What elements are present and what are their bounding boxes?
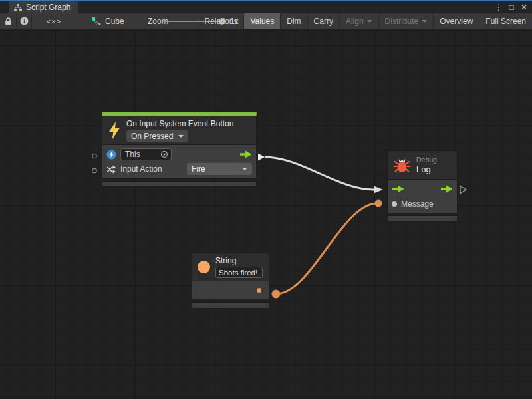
node-title: String xyxy=(215,256,263,265)
control-flow-wire[interactable] xyxy=(265,157,374,190)
graph-target-icon xyxy=(92,17,101,25)
node-title: Log xyxy=(416,164,437,174)
align-button[interactable]: Align xyxy=(339,13,378,29)
code-preview-button[interactable]: <×> xyxy=(32,13,76,29)
info-button[interactable] xyxy=(17,13,32,29)
string-output-dot[interactable] xyxy=(257,288,261,293)
tab-bar: Script Graph ⋮ □ ✕ xyxy=(0,1,532,13)
tab-script-graph[interactable]: Script Graph xyxy=(9,1,78,13)
message-input-port-dot[interactable] xyxy=(375,200,382,207)
window-close-button[interactable]: ✕ xyxy=(519,3,529,12)
lightning-bolt-icon xyxy=(108,122,121,140)
event-node-body: This Input Action Fire xyxy=(102,145,257,179)
dropdown-caret-icon xyxy=(367,20,372,25)
string-value-wire[interactable] xyxy=(276,203,377,294)
input-action-icon xyxy=(106,164,116,174)
flow-output-port-triangle[interactable] xyxy=(258,154,265,161)
dropdown-caret-icon xyxy=(422,20,427,25)
node-on-input-system-event-button[interactable]: On Input System Event Button On Pressed … xyxy=(102,112,257,187)
event-node-footer xyxy=(102,181,257,187)
debug-node-footer xyxy=(387,215,458,221)
flow-input-arrow-icon[interactable] xyxy=(392,185,404,193)
values-button[interactable]: Values xyxy=(243,13,280,29)
event-node-header[interactable]: On Input System Event Button On Pressed xyxy=(102,116,257,145)
dropdown-caret-icon xyxy=(178,135,184,140)
on-pressed-dropdown[interactable]: On Pressed xyxy=(126,130,188,142)
input-action-dropdown[interactable]: Fire xyxy=(187,163,252,175)
message-label: Message xyxy=(401,200,434,209)
dim-button[interactable]: Dim xyxy=(280,13,307,29)
lock-button[interactable] xyxy=(0,13,17,29)
this-row: This xyxy=(102,147,256,162)
flow-output-arrow-icon[interactable] xyxy=(239,150,252,158)
fullscreen-button[interactable]: Full Screen xyxy=(479,13,532,29)
this-input-port[interactable] xyxy=(92,154,96,158)
node-category: Debug xyxy=(416,156,437,164)
debug-flow-output-port[interactable] xyxy=(460,186,466,194)
flow-row xyxy=(388,181,457,196)
overview-button[interactable]: Overview xyxy=(433,13,479,29)
node-string-literal[interactable]: String Shots fired! xyxy=(192,253,269,309)
node-title: On Input System Event Button xyxy=(126,119,233,128)
input-action-port[interactable] xyxy=(92,168,96,172)
lock-icon xyxy=(5,17,12,25)
unity-visual-scripting-window: Script Graph ⋮ □ ✕ <×> Cube Zoom xyxy=(0,0,532,399)
info-icon xyxy=(20,17,29,25)
input-action-label: Input Action xyxy=(120,164,162,174)
graph-canvas[interactable]: On Input System Event Button On Pressed … xyxy=(0,29,532,399)
gameobject-icon xyxy=(106,150,116,160)
bug-icon xyxy=(393,157,411,174)
window-menu-button[interactable]: ⋮ xyxy=(493,3,504,12)
graph-target-label: Cube xyxy=(105,17,124,26)
input-action-row: Input Action Fire xyxy=(102,162,256,176)
relations-button[interactable]: Relations xyxy=(198,13,243,29)
window-controls: ⋮ □ ✕ xyxy=(493,1,529,13)
window-maximize-button[interactable]: □ xyxy=(506,3,517,12)
tab-title: Script Graph xyxy=(26,3,70,12)
carry-button[interactable]: Carry xyxy=(307,13,339,29)
graph-hierarchy-icon xyxy=(14,4,22,11)
debug-node-body: Message xyxy=(387,180,458,213)
string-node-body xyxy=(192,281,269,299)
string-node-footer xyxy=(192,302,269,309)
string-type-icon xyxy=(198,261,210,273)
flow-output-arrow-icon[interactable] xyxy=(440,185,453,193)
node-debug-log[interactable]: Debug Log Message xyxy=(387,150,458,221)
string-node-header[interactable]: String Shots fired! xyxy=(192,253,269,281)
flow-wire-arrowhead xyxy=(374,186,383,194)
graph-toolbar: <×> Cube Zoom 1x Relations Values Dim Ca… xyxy=(0,13,532,29)
string-value-field[interactable]: Shots fired! xyxy=(215,267,263,278)
debug-node-header[interactable]: Debug Log xyxy=(387,150,458,180)
string-output-port-dot[interactable] xyxy=(272,290,281,299)
dropdown-caret-icon xyxy=(242,168,247,173)
message-port-dot[interactable] xyxy=(392,201,397,207)
object-picker-icon[interactable] xyxy=(160,150,168,158)
graph-target[interactable]: Cube xyxy=(92,13,124,29)
toolbar-toggle-group: Relations Values Dim Carry Align Distrib… xyxy=(198,13,532,29)
distribute-button[interactable]: Distribute xyxy=(378,13,434,29)
message-row: Message xyxy=(388,196,457,211)
code-icon: <×> xyxy=(47,17,61,25)
this-object-field[interactable]: This xyxy=(120,148,172,160)
